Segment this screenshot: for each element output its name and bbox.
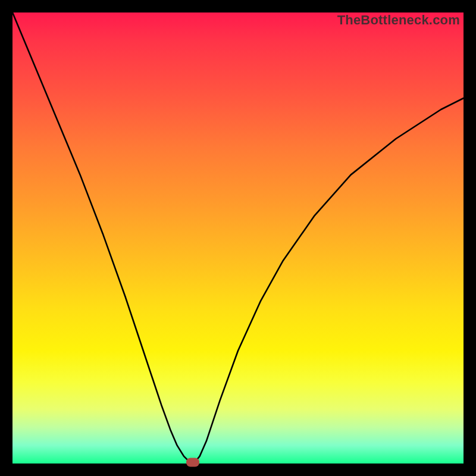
bottleneck-curve bbox=[12, 12, 464, 462]
chart-frame: TheBottleneck.com bbox=[0, 0, 476, 476]
plot-area: TheBottleneck.com bbox=[12, 12, 464, 464]
optimum-marker bbox=[186, 458, 199, 467]
curve-layer bbox=[12, 12, 464, 464]
